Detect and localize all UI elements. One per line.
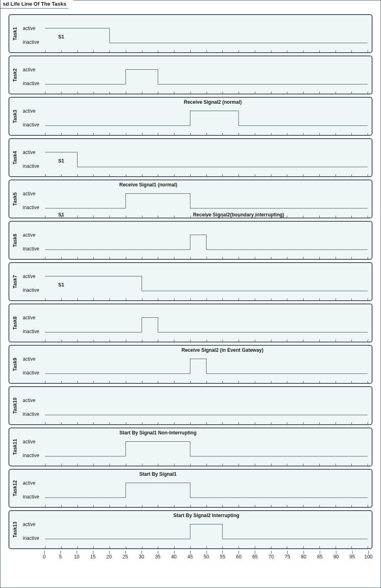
state-active-label: active <box>23 274 35 279</box>
tick <box>207 298 207 301</box>
tick <box>319 340 320 342</box>
tick <box>271 92 271 94</box>
tick <box>142 133 142 136</box>
axis-area: S1 <box>45 263 368 300</box>
tick <box>174 216 174 218</box>
tick <box>222 422 223 425</box>
tick <box>110 50 110 53</box>
tick <box>287 422 287 425</box>
annotation: Start By Signal1 <box>139 471 177 477</box>
axis-area <box>45 304 368 342</box>
tick <box>93 216 94 218</box>
tick <box>110 381 110 384</box>
tick <box>239 174 239 177</box>
tick <box>77 381 78 384</box>
tick <box>336 340 336 342</box>
track-ticks <box>45 50 368 53</box>
tick <box>271 505 271 508</box>
ruler-label: 10 <box>74 554 79 560</box>
tick <box>190 133 191 136</box>
annotation: S1 <box>58 34 64 40</box>
tick <box>351 546 352 549</box>
tick <box>158 92 158 94</box>
y-state-labels: activeinactive <box>21 428 45 466</box>
ruler-label: 50 <box>204 554 209 560</box>
tick <box>190 298 191 301</box>
waveform-path <box>45 194 368 208</box>
tick <box>255 546 255 549</box>
tick <box>319 174 320 177</box>
tick <box>126 381 126 384</box>
tick <box>271 257 271 260</box>
axis-area: Start By Signal2 Interrupting <box>45 511 368 548</box>
track-label: Task3 <box>9 98 21 135</box>
waveform <box>45 263 368 300</box>
tick <box>174 174 174 177</box>
tick <box>93 422 94 425</box>
ruler-tick <box>158 551 158 554</box>
tick <box>303 50 304 53</box>
tick <box>368 464 368 466</box>
ruler-tick <box>125 551 126 554</box>
tick <box>255 381 255 384</box>
ruler-label: 75 <box>285 554 290 560</box>
tick <box>45 464 45 466</box>
tick <box>93 257 94 260</box>
track-task12: Task12activeinactiveStart By Signal1 <box>9 469 372 508</box>
tick <box>190 381 191 384</box>
ruler-tick <box>336 551 336 554</box>
tick <box>93 174 94 177</box>
tick <box>158 546 158 549</box>
state-inactive-label: inactive <box>23 411 39 417</box>
tick <box>158 464 158 466</box>
tick <box>142 505 142 508</box>
tick <box>142 298 142 301</box>
waveform-path <box>45 359 368 374</box>
tick <box>110 133 110 136</box>
tick <box>271 546 271 549</box>
tick <box>126 340 126 342</box>
tick <box>45 92 45 94</box>
track-task10: Task10activeinactive <box>9 386 372 425</box>
axis-area: Start By Signal1 <box>45 470 368 507</box>
tick <box>142 216 142 218</box>
tick <box>239 464 239 466</box>
waveform <box>45 304 368 342</box>
tick <box>110 216 110 218</box>
ruler-tick <box>109 551 110 554</box>
tick <box>158 422 158 425</box>
waveform-path <box>45 70 368 84</box>
tick <box>126 422 126 425</box>
annotation: Receive Signal2 (in Event Gateway) <box>181 347 263 353</box>
tick <box>158 257 158 260</box>
tick <box>368 546 368 549</box>
tick <box>222 340 223 342</box>
y-state-labels: activeinactive <box>21 98 45 135</box>
waveform-path <box>45 483 368 498</box>
tick <box>45 381 45 384</box>
waveform <box>45 15 368 52</box>
ruler-label: 80 <box>301 554 306 560</box>
ruler-label: 25 <box>123 554 128 560</box>
tick <box>207 50 207 53</box>
ruler-tick <box>320 551 320 554</box>
state-inactive-label: inactive <box>23 246 39 252</box>
track-plot: activeinactiveReceive Signal2 (in Event … <box>21 346 372 383</box>
tick <box>158 340 158 342</box>
tick <box>222 257 223 260</box>
tick <box>351 174 352 177</box>
tick <box>77 216 78 218</box>
state-inactive-label: inactive <box>23 329 39 334</box>
tick <box>77 546 78 549</box>
tick <box>255 340 255 342</box>
track-plot: activeinactiveStart By Signal1 <box>21 470 372 507</box>
tick <box>45 422 45 425</box>
tick <box>93 133 94 136</box>
tick <box>110 340 110 342</box>
x-axis-ruler: 0510152025303540455055606570758085909510… <box>9 551 372 561</box>
track-task7: Task7activeinactiveS1 <box>9 262 372 301</box>
waveform <box>45 56 368 94</box>
track-task6: Task6activeinactive <box>9 221 372 260</box>
waveform <box>45 222 368 259</box>
tick <box>303 381 304 384</box>
